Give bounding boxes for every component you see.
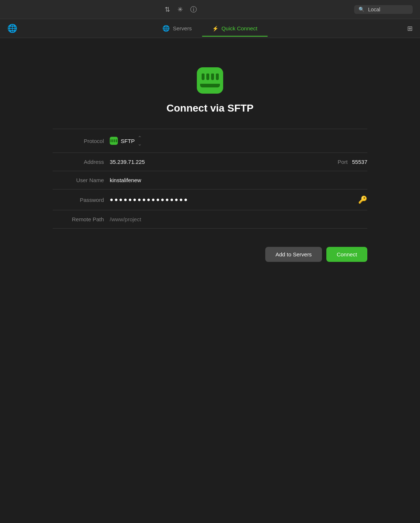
password-label: Password: [53, 197, 104, 203]
navbar-left: 🌐: [7, 24, 17, 33]
add-to-servers-button[interactable]: Add to Servers: [265, 247, 322, 262]
form-container: Protocol SFTP ⌃⌄ A: [53, 129, 367, 229]
navbar: 🌐 🌐 Servers ⚡ Quick Connect ⊞: [0, 19, 420, 38]
quick-connect-lightning-icon: ⚡: [212, 26, 218, 31]
tab-servers[interactable]: 🌐 Servers: [152, 20, 202, 37]
protocol-badge-pins: [110, 139, 117, 142]
protocol-badge: [110, 137, 118, 145]
badge-pin-1: [110, 139, 112, 142]
address-label: Address: [53, 159, 104, 165]
sftp-body: [200, 84, 220, 87]
globe-icon-left: 🌐: [7, 24, 17, 33]
username-text[interactable]: kinstalifenew: [110, 177, 141, 183]
button-row: Add to Servers Connect: [53, 247, 367, 262]
sftp-icon-inner: [200, 74, 220, 87]
remote-path-text[interactable]: /www/project: [110, 216, 141, 222]
port-value[interactable]: 55537: [352, 159, 367, 165]
remote-path-row: Remote Path /www/project: [53, 210, 367, 229]
grid-icon[interactable]: ⊞: [407, 25, 413, 33]
password-value: ●●●●●●●●●●●●●●●●● 🔑: [110, 195, 367, 204]
address-row: Address 35.239.71.225 Port 55537: [53, 153, 367, 171]
sftp-icon: [197, 67, 223, 94]
address-value: 35.239.71.225 Port 55537: [110, 159, 367, 165]
location-label: Local: [368, 7, 380, 12]
badge-pin-4: [116, 139, 117, 142]
sftp-icon-wrapper: [197, 67, 223, 94]
sftp-pin-4: [216, 74, 219, 80]
sftp-pin-3: [211, 74, 214, 80]
info-icon[interactable]: ⓘ: [190, 5, 197, 14]
username-value: kinstalifenew: [110, 177, 367, 183]
connect-button[interactable]: Connect: [326, 247, 367, 262]
port-section: Port 55537: [338, 159, 367, 165]
navbar-tabs: 🌐 Servers ⚡ Quick Connect: [152, 20, 267, 37]
username-label: User Name: [53, 177, 104, 183]
servers-globe-icon: 🌐: [162, 25, 170, 32]
protocol-stepper-icon[interactable]: ⌃⌄: [138, 135, 142, 147]
servers-tab-label: Servers: [173, 25, 192, 31]
toolbar-center: ⇅ ✳ ⓘ: [165, 5, 197, 14]
protocol-value: SFTP ⌃⌄: [110, 135, 367, 147]
sftp-pins: [202, 74, 219, 80]
location-selector[interactable]: 🔍 Local: [354, 5, 413, 14]
password-dots[interactable]: ●●●●●●●●●●●●●●●●●: [110, 196, 355, 203]
port-label: Port: [338, 159, 348, 165]
protocol-selector[interactable]: SFTP ⌃⌄: [110, 135, 142, 147]
sort-icon[interactable]: ⇅: [165, 5, 170, 14]
toolbar: ⇅ ✳ ⓘ 🔍 Local: [0, 0, 420, 19]
connect-title: Connect via SFTP: [166, 102, 254, 114]
sftp-pin-1: [202, 74, 205, 80]
protocol-text: SFTP: [121, 138, 135, 144]
key-icon[interactable]: 🔑: [358, 195, 367, 204]
remote-path-value: /www/project: [110, 216, 367, 222]
remote-path-label: Remote Path: [53, 216, 104, 222]
main-content: Connect via SFTP Protocol SFTP ⌃: [0, 38, 420, 276]
username-row: User Name kinstalifenew: [53, 171, 367, 189]
password-row: Password ●●●●●●●●●●●●●●●●● 🔑: [53, 189, 367, 210]
badge-pin-3: [114, 139, 115, 142]
search-icon: 🔍: [359, 7, 364, 12]
spinner-icon[interactable]: ✳: [177, 5, 183, 14]
protocol-label: Protocol: [53, 138, 104, 144]
navbar-right: ⊞: [407, 25, 413, 33]
protocol-row: Protocol SFTP ⌃⌄: [53, 129, 367, 153]
sftp-pin-2: [206, 74, 209, 80]
badge-pin-2: [112, 139, 113, 142]
tab-quick-connect[interactable]: ⚡ Quick Connect: [202, 20, 267, 37]
quick-connect-tab-label: Quick Connect: [221, 25, 257, 31]
address-text[interactable]: 35.239.71.225: [110, 159, 334, 165]
